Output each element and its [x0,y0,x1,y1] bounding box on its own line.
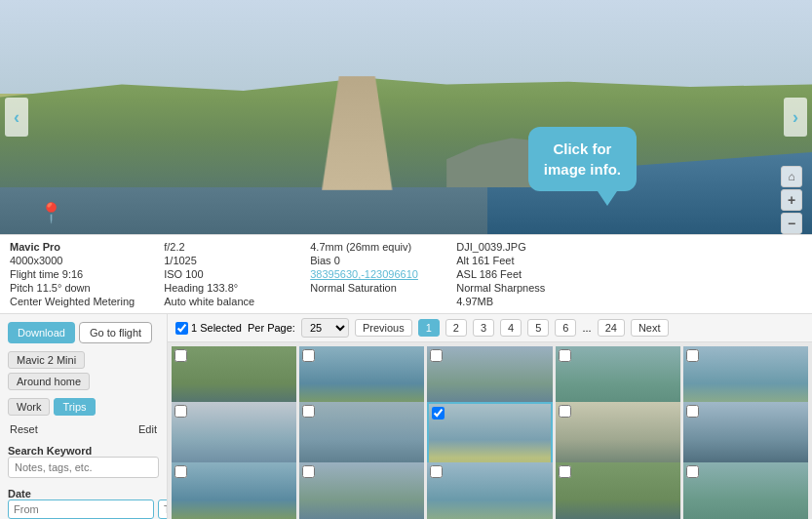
search-section: Search Keyword [8,443,159,478]
page-dots: ... [582,322,591,334]
saturation: Normal Saturation [310,282,427,294]
main-image-area: ‹ › Click for image info. 📍 ⌂ + − [0,0,812,234]
thumb-checkbox-12[interactable] [302,465,315,478]
search-label: Search Keyword [8,445,159,457]
pitch: Pitch 11.5° down [10,282,135,294]
white-balance: Auto white balance [164,296,281,307]
thumb-checkbox-13[interactable] [430,465,443,478]
per-page-select[interactable]: 25 50 100 [301,318,349,338]
bias: Bias 0 [310,255,427,266]
camera-model: Mavic Pro [10,241,135,253]
page-3-button[interactable]: 3 [473,319,494,337]
page-1-button[interactable]: 1 [418,319,440,337]
thumbnail-12[interactable] [299,462,424,519]
thumbnail-14[interactable] [556,462,680,519]
pagination-bar: 1 Selected Per Page: 25 50 100 Previous … [168,314,812,342]
thumb-checkbox-7[interactable] [302,405,315,418]
asl: ASL 186 Feet [456,268,573,280]
thumb-checkbox-5[interactable] [686,349,699,362]
search-input[interactable] [8,457,159,478]
flight-time: Flight time 9:16 [10,268,135,280]
per-page-label: Per Page: [248,322,295,334]
thumb-checkbox-8[interactable] [432,407,445,419]
map-pin-icon: 📍 [39,201,63,224]
thumbnail-11[interactable] [172,462,296,519]
tag-around-home[interactable]: Around home [8,373,90,390]
zoom-in-button[interactable]: + [781,189,802,211]
thumb-checkbox-10[interactable] [686,405,699,418]
altitude: Alt 161 Feet [456,255,573,266]
download-button[interactable]: Download [8,322,75,343]
image-info-tooltip[interactable]: Click for image info. [528,127,637,191]
focal-length: 4.7mm (26mm equiv) [310,241,427,253]
landscape-bg [0,0,812,234]
left-sidebar: Download Go to flight Mavic 2 Mini Aroun… [0,314,168,519]
exif-col-1: Mavic Pro 4000x3000 Flight time 9:16 Pit… [10,241,135,307]
thumb-checkbox-3[interactable] [430,349,443,362]
thumb-checkbox-4[interactable] [559,349,571,362]
zoom-controls: ⌂ + − [781,166,802,234]
thumbnail-13[interactable] [427,462,552,519]
thumb-checkbox-9[interactable] [559,405,571,418]
heading: Heading 133.8° [164,282,281,294]
thumb-checkbox-1[interactable] [174,349,187,362]
page-5-button[interactable]: 5 [527,319,549,337]
next-image-arrow[interactable]: › [784,98,807,137]
date-section: Date [8,486,159,519]
work-trips-row: Work Trips [8,398,159,416]
tooltip-arrow [598,191,617,206]
thumbnail-grid [168,342,812,519]
page-24-button[interactable]: 24 [598,319,625,337]
iso: ISO 100 [164,268,281,280]
gps-coordinates[interactable]: 38395630,-123096610 [310,268,427,280]
next-page-button[interactable]: Next [631,319,669,337]
metering: Center Weighted Metering [10,296,135,307]
exif-col-3: 4.7mm (26mm equiv) Bias 0 38395630,-1230… [310,241,427,307]
action-buttons: Download Go to flight [8,322,159,343]
date-label: Date [8,488,159,499]
edit-button[interactable]: Edit [138,423,157,435]
prev-page-button[interactable]: Previous [355,319,412,337]
exif-col-2: f/2.2 1/1025 ISO 100 Heading 133.8° Auto… [164,241,281,307]
tag-mavic-mini[interactable]: Mavic 2 Mini [8,351,85,369]
select-all-checkbox[interactable] [175,322,188,335]
thumb-checkbox-11[interactable] [174,465,187,478]
filename: DJI_0039.JPG [456,241,573,253]
thumb-checkbox-6[interactable] [174,405,187,418]
thumb-checkbox-14[interactable] [559,465,571,478]
shutter: 1/1025 [164,255,281,266]
tag-work[interactable]: Work [8,398,50,416]
tag-group: Mavic 2 Mini Around home [8,351,159,390]
aperture: f/2.2 [164,241,281,253]
thumb-checkbox-2[interactable] [302,349,315,362]
page-2-button[interactable]: 2 [445,319,467,337]
date-row [8,499,159,519]
reset-edit-row: Reset Edit [8,423,159,435]
page-4-button[interactable]: 4 [500,319,522,337]
go-to-flight-button[interactable]: Go to flight [79,322,152,343]
thumbnail-15[interactable] [683,462,808,519]
tag-trips[interactable]: Trips [54,398,95,416]
exif-col-4: DJI_0039.JPG Alt 161 Feet ASL 186 Feet N… [456,241,573,307]
file-size: 4.97MB [456,296,573,307]
resolution: 4000x3000 [10,255,135,266]
thumb-checkbox-15[interactable] [686,465,699,478]
page-6-button[interactable]: 6 [555,319,576,337]
selected-checkbox-label[interactable]: 1 Selected [175,322,242,335]
reset-button[interactable]: Reset [10,423,38,435]
date-to-input[interactable] [158,499,168,519]
content-area: 1 Selected Per Page: 25 50 100 Previous … [168,314,812,519]
sharpness: Normal Sharpness [456,282,573,294]
prev-image-arrow[interactable]: ‹ [5,98,28,137]
home-button[interactable]: ⌂ [781,166,802,187]
exif-info-bar: Mavic Pro 4000x3000 Flight time 9:16 Pit… [0,234,812,314]
zoom-out-button[interactable]: − [781,213,802,234]
date-from-input[interactable] [8,499,154,519]
